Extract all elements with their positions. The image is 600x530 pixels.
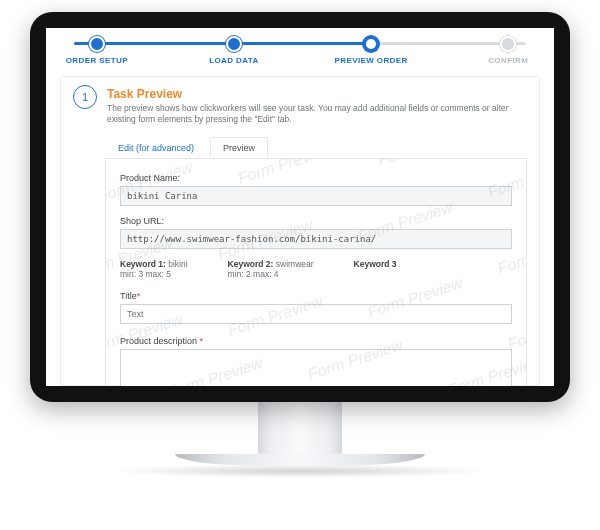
step-dot — [500, 36, 516, 52]
step-preview-order[interactable]: PREVIEW ORDER — [311, 34, 431, 65]
monitor-base-neck — [258, 398, 342, 454]
product-name-input[interactable] — [120, 186, 512, 206]
progress-stepper: ORDER SETUP LOAD DATA PREVIEW ORDER CONF… — [46, 34, 554, 70]
step-confirm: CONFIRM — [448, 34, 554, 65]
monitor-bezel: ORDER SETUP LOAD DATA PREVIEW ORDER CONF… — [30, 12, 570, 402]
shop-url-input[interactable] — [120, 229, 512, 249]
shop-url-label: Shop URL: — [120, 216, 512, 226]
step-label: LOAD DATA — [174, 56, 294, 65]
step-order-setup[interactable]: ORDER SETUP — [46, 34, 157, 65]
step-dot — [363, 36, 379, 52]
product-name-label: Product Name: — [120, 173, 512, 183]
title-input[interactable] — [120, 304, 512, 324]
keyword-3: Keyword 3 — [354, 259, 397, 279]
step-label: ORDER SETUP — [46, 56, 157, 65]
preview-panel: Form Preview Form Preview Form Preview F… — [105, 159, 527, 386]
product-description-label: Product description * — [120, 336, 512, 346]
product-description-input[interactable] — [120, 349, 512, 386]
step-label: PREVIEW ORDER — [311, 56, 431, 65]
title-label: Title* — [120, 291, 512, 301]
step-load-data[interactable]: LOAD DATA — [174, 34, 294, 65]
step-number-badge: 1 — [73, 85, 97, 109]
card-title: Task Preview — [107, 87, 527, 101]
monitor-screen: ORDER SETUP LOAD DATA PREVIEW ORDER CONF… — [46, 28, 554, 386]
tab-preview[interactable]: Preview — [210, 137, 268, 157]
tab-bar: Edit (for advanced) Preview — [105, 136, 527, 159]
task-preview-card: 1 Task Preview The preview shows how cli… — [60, 76, 540, 386]
monitor-base-shadow — [110, 464, 490, 478]
keyword-2: Keyword 2: swimwearmin: 2 max: 4 — [228, 259, 314, 279]
tab-edit[interactable]: Edit (for advanced) — [105, 137, 207, 157]
step-label: CONFIRM — [448, 56, 554, 65]
keyword-row: Keyword 1: bikinimin: 3 max: 5 Keyword 2… — [120, 259, 512, 279]
step-dot — [89, 36, 105, 52]
step-dot — [226, 36, 242, 52]
keyword-1: Keyword 1: bikinimin: 3 max: 5 — [120, 259, 188, 279]
card-subtitle: The preview shows how clickworkers will … — [107, 103, 527, 126]
